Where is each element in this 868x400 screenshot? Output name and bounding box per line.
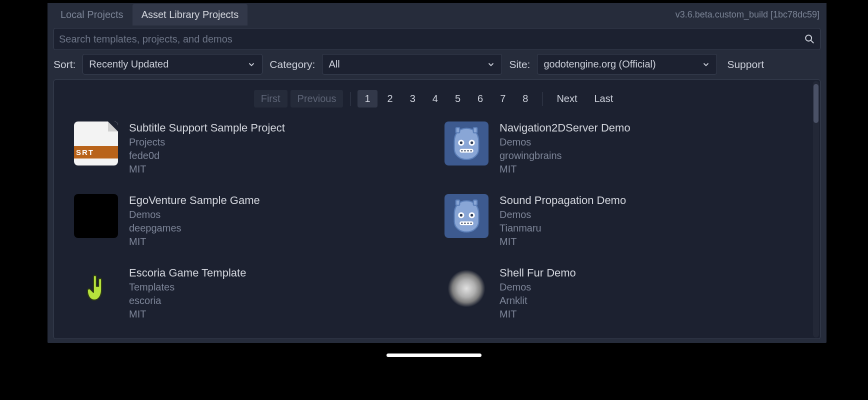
svg-rect-2 xyxy=(456,128,460,133)
tabs-row: Local Projects Asset Library Projects v3… xyxy=(48,3,826,26)
pager: First Previous 12345678 Next Last xyxy=(54,80,820,114)
sort-label: Sort: xyxy=(54,58,76,70)
asset-meta: Shell Fur DemoDemosArnklitMIT xyxy=(500,266,576,320)
category-value: All xyxy=(328,58,340,70)
category-label: Category: xyxy=(270,58,315,70)
asset-thumb: SRT xyxy=(74,122,118,166)
svg-point-21 xyxy=(464,222,466,224)
pager-page-1[interactable]: 1 xyxy=(358,90,377,108)
svg-point-11 xyxy=(468,150,469,152)
scrollbar[interactable] xyxy=(813,81,819,338)
asset-author: escoria xyxy=(129,295,246,306)
asset-meta: Navigation2DServer DemoDemosgrowingbrain… xyxy=(500,122,630,175)
project-manager-window: Local Projects Asset Library Projects v3… xyxy=(48,3,826,343)
pager-page-8[interactable]: 8 xyxy=(516,90,535,108)
svg-point-10 xyxy=(464,150,466,152)
asset-license: MIT xyxy=(129,236,260,248)
pager-page-4[interactable]: 4 xyxy=(426,90,445,108)
asset-card[interactable]: Escoria Game TemplateTemplatesescoriaMIT xyxy=(74,266,430,320)
asset-category: Demos xyxy=(500,136,630,148)
tab-asset-library[interactable]: Asset Library Projects xyxy=(132,4,248,26)
site-label: Site: xyxy=(509,58,530,70)
asset-category: Demos xyxy=(129,209,260,220)
asset-meta: Subtitle Support Sample ProjectProjectsf… xyxy=(129,122,285,175)
support-button[interactable]: Support xyxy=(724,54,767,74)
svg-point-9 xyxy=(461,150,462,152)
pager-next[interactable]: Next xyxy=(550,90,584,108)
home-indicator xyxy=(386,354,482,357)
asset-category: Projects xyxy=(129,136,285,148)
pager-page-7[interactable]: 7 xyxy=(493,90,512,108)
asset-thumb xyxy=(444,266,488,310)
svg-point-5 xyxy=(460,142,462,144)
asset-author: deepgames xyxy=(129,222,260,234)
site-select[interactable]: godotengine.org (Official) xyxy=(537,54,717,74)
scrollbar-thumb[interactable] xyxy=(814,84,818,123)
svg-line-1 xyxy=(811,40,814,44)
pager-last[interactable]: Last xyxy=(588,90,620,108)
pager-separator xyxy=(542,92,542,106)
asset-card[interactable]: Shell Fur DemoDemosArnklitMIT xyxy=(444,266,800,320)
asset-license: MIT xyxy=(129,164,285,175)
asset-category: Demos xyxy=(500,209,626,220)
asset-card[interactable]: SRTSubtitle Support Sample ProjectProjec… xyxy=(74,122,430,175)
svg-point-23 xyxy=(470,222,472,224)
asset-card[interactable]: Sound Propagation DemoDemosTianmaruMIT xyxy=(444,194,800,248)
asset-thumb xyxy=(74,194,118,238)
svg-point-20 xyxy=(461,222,462,224)
asset-author: fede0d xyxy=(129,150,285,162)
svg-point-0 xyxy=(806,35,812,41)
search-input[interactable] xyxy=(59,34,804,45)
pager-page-6[interactable]: 6 xyxy=(470,90,490,108)
svg-rect-3 xyxy=(474,128,478,133)
asset-license: MIT xyxy=(500,236,626,248)
asset-card[interactable]: Navigation2DServer DemoDemosgrowingbrain… xyxy=(444,122,800,175)
asset-title[interactable]: EgoVenture Sample Game xyxy=(129,194,260,207)
pager-page-2[interactable]: 2 xyxy=(380,90,400,108)
asset-card[interactable]: EgoVenture Sample GameDemosdeepgamesMIT xyxy=(74,194,430,248)
asset-meta: Sound Propagation DemoDemosTianmaruMIT xyxy=(500,194,626,248)
filter-row: Sort: Recently Updated Category: All Sit… xyxy=(48,54,826,80)
asset-author: Arnklit xyxy=(500,295,576,306)
chevron-down-icon xyxy=(247,60,256,69)
search-bar[interactable] xyxy=(54,28,820,50)
svg-rect-14 xyxy=(474,200,478,206)
search-icon[interactable] xyxy=(804,34,815,44)
godot-robot-icon xyxy=(448,197,486,235)
pager-page-5[interactable]: 5 xyxy=(448,90,468,108)
asset-thumb xyxy=(74,266,118,310)
svg-point-7 xyxy=(470,142,473,144)
chevron-down-icon xyxy=(702,60,710,69)
asset-category: Demos xyxy=(500,282,576,293)
asset-title[interactable]: Escoria Game Template xyxy=(129,266,246,280)
asset-license: MIT xyxy=(500,308,576,320)
sort-select[interactable]: Recently Updated xyxy=(82,54,262,74)
asset-grid: SRTSubtitle Support Sample ProjectProjec… xyxy=(54,114,820,325)
pager-separator xyxy=(350,92,350,106)
pager-first: First xyxy=(254,90,288,108)
asset-thumb xyxy=(444,122,488,166)
content-area: First Previous 12345678 Next Last SRTSub… xyxy=(54,80,820,339)
asset-title[interactable]: Subtitle Support Sample Project xyxy=(129,122,285,134)
asset-title[interactable]: Shell Fur Demo xyxy=(500,266,576,280)
srt-badge: SRT xyxy=(74,146,118,158)
svg-point-22 xyxy=(468,222,469,224)
svg-point-18 xyxy=(470,214,473,216)
pager-page-3[interactable]: 3 xyxy=(403,90,422,108)
asset-author: growingbrains xyxy=(500,150,630,162)
asset-license: MIT xyxy=(500,164,630,175)
version-label: v3.6.beta.custom_build [1bc78dc59] xyxy=(676,10,820,20)
category-select[interactable]: All xyxy=(322,54,502,74)
godot-robot-icon xyxy=(448,124,486,162)
pager-previous: Previous xyxy=(290,90,344,108)
asset-meta: Escoria Game TemplateTemplatesescoriaMIT xyxy=(129,266,246,320)
asset-title[interactable]: Navigation2DServer Demo xyxy=(500,122,630,134)
tab-local-projects[interactable]: Local Projects xyxy=(52,4,132,26)
asset-title[interactable]: Sound Propagation Demo xyxy=(500,194,626,207)
svg-rect-13 xyxy=(456,200,460,206)
svg-point-16 xyxy=(460,214,462,216)
asset-meta: EgoVenture Sample GameDemosdeepgamesMIT xyxy=(129,194,260,248)
asset-thumb xyxy=(444,194,488,238)
asset-category: Templates xyxy=(129,282,246,293)
chevron-down-icon xyxy=(486,60,496,69)
